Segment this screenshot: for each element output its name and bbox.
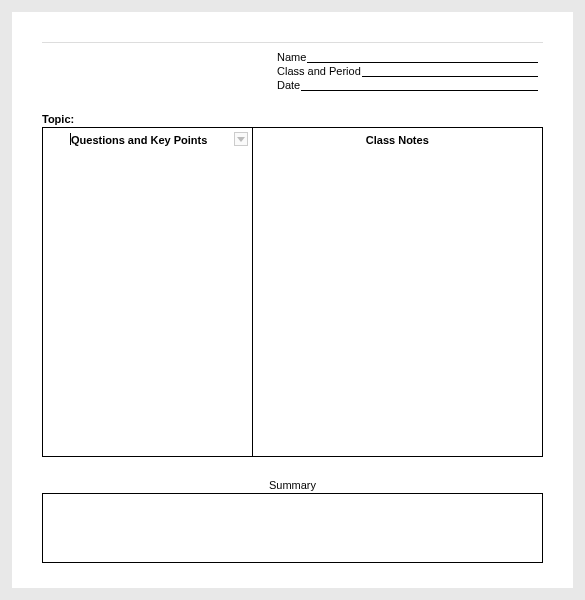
date-label: Date bbox=[277, 79, 300, 91]
date-row: Date bbox=[277, 79, 538, 91]
class-notes-header: Class Notes bbox=[253, 128, 542, 152]
class-notes-column[interactable]: Class Notes bbox=[253, 128, 542, 456]
name-line[interactable] bbox=[307, 51, 538, 63]
top-rule bbox=[42, 42, 543, 43]
summary-box[interactable] bbox=[42, 493, 543, 563]
date-line[interactable] bbox=[301, 79, 538, 91]
text-cursor bbox=[70, 133, 71, 145]
dropdown-handle[interactable] bbox=[234, 132, 248, 146]
notes-box: Questions and Key Points Class Notes bbox=[42, 127, 543, 457]
name-label: Name bbox=[277, 51, 306, 63]
summary-label: Summary bbox=[42, 479, 543, 491]
class-period-label: Class and Period bbox=[277, 65, 361, 77]
page-container: Name Class and Period Date Topic: Questi… bbox=[12, 12, 573, 588]
questions-header: Questions and Key Points bbox=[43, 128, 252, 152]
topic-label: Topic: bbox=[42, 113, 543, 125]
svg-marker-0 bbox=[237, 137, 245, 142]
questions-header-text: Questions and Key Points bbox=[71, 134, 207, 146]
header-fields: Name Class and Period Date bbox=[277, 51, 538, 91]
questions-column[interactable]: Questions and Key Points bbox=[43, 128, 253, 456]
class-period-line[interactable] bbox=[362, 65, 538, 77]
chevron-down-icon bbox=[237, 137, 245, 142]
class-period-row: Class and Period bbox=[277, 65, 538, 77]
name-row: Name bbox=[277, 51, 538, 63]
